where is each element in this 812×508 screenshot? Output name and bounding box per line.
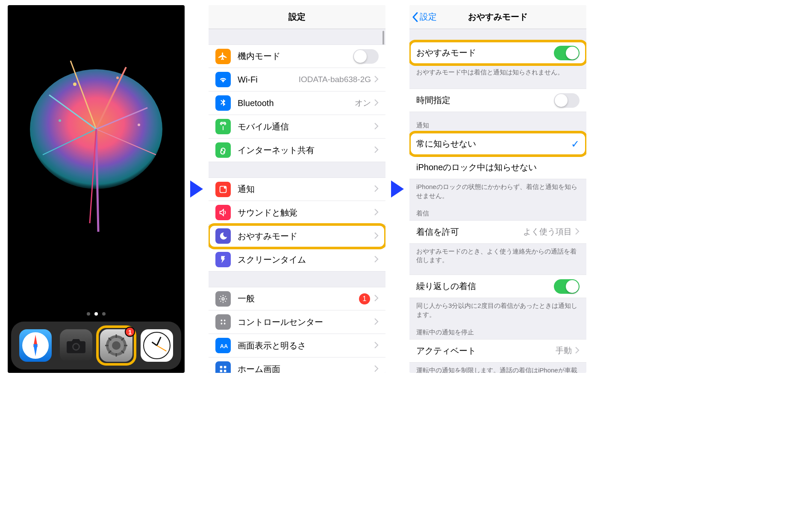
- chevron-right-icon: [374, 317, 379, 327]
- row-hotspot[interactable]: インターネット共有: [209, 139, 385, 162]
- silence-header: 通知: [409, 112, 586, 132]
- row-repeated-calls[interactable]: 繰り返しの着信: [409, 275, 586, 298]
- nav-dnd: 設定 おやすみモード: [409, 5, 586, 29]
- home-wallpaper: [8, 5, 185, 322]
- row-activate[interactable]: アクティベート 手動: [409, 339, 586, 363]
- nav-settings: 設定: [209, 5, 385, 29]
- row-detail: よく使う項目: [523, 226, 572, 237]
- row-general[interactable]: 一般 1: [209, 287, 385, 310]
- dnd-list[interactable]: おやすみモード おやすみモード中は着信と通知は知らされません。 時間指定 通知 …: [409, 29, 586, 373]
- row-label: おやすみモード: [238, 230, 374, 242]
- row-silence-locked[interactable]: iPhoneのロック中は知らせない: [409, 156, 586, 179]
- svg-point-6: [74, 344, 79, 349]
- row-screen-time[interactable]: スクリーンタイム: [209, 248, 385, 272]
- silence-note: iPhoneのロックの状態にかかわらず、着信と通知を知らせません。: [409, 179, 586, 200]
- row-silence-always[interactable]: 常に知らせない ✓: [409, 132, 586, 156]
- chevron-right-icon: [374, 75, 379, 85]
- screentime-icon: [215, 252, 231, 267]
- svg-rect-27: [224, 366, 227, 369]
- row-airplane-mode[interactable]: 機内モード: [209, 44, 385, 68]
- chevron-right-icon: [374, 364, 379, 373]
- driving-header: 運転中の通知を停止: [409, 319, 586, 339]
- nav-title: おやすみモード: [468, 11, 528, 23]
- svg-point-19: [224, 186, 227, 189]
- camera-app-icon[interactable]: [60, 329, 92, 362]
- svg-point-0: [30, 69, 162, 189]
- arrow-1: [185, 5, 209, 373]
- row-label: おやすみモード: [416, 47, 554, 59]
- highlight-settings-app: 1: [97, 327, 135, 364]
- svg-point-3: [59, 119, 61, 122]
- row-label: 常に知らせない: [416, 138, 571, 150]
- phone-home-screen: 1: [8, 5, 185, 373]
- general-badge: 1: [359, 293, 370, 304]
- airplane-icon: [215, 49, 231, 64]
- row-allow-calls-from[interactable]: 着信を許可 よく使う項目: [409, 220, 586, 244]
- row-notifications[interactable]: 通知: [209, 177, 385, 201]
- row-label: ホーム画面: [238, 363, 374, 373]
- row-label: 画面表示と明るさ: [238, 340, 374, 351]
- row-label: アクティベート: [416, 345, 556, 357]
- hotspot-icon: [215, 142, 231, 158]
- row-display[interactable]: AA 画面表示と明るさ: [209, 334, 385, 357]
- settings-app-icon[interactable]: 1: [100, 329, 132, 362]
- back-button[interactable]: 設定: [412, 5, 437, 29]
- chevron-right-icon: [374, 184, 379, 194]
- row-bluetooth[interactable]: Bluetooth オン: [209, 92, 385, 115]
- settings-list[interactable]: 機内モード Wi-Fi IODATA-bab638-2G Bluetooth オ…: [209, 29, 385, 373]
- arrow-2: [385, 5, 409, 373]
- row-detail: IODATA-bab638-2G: [299, 75, 371, 84]
- airplane-toggle[interactable]: [353, 49, 379, 64]
- bluetooth-icon: [215, 95, 231, 111]
- row-detail: オン: [355, 97, 371, 109]
- row-home-screen[interactable]: ホーム画面: [209, 357, 385, 373]
- allow-note: おやすみモードのとき、よく使う連絡先からの通話を着信します。: [409, 244, 586, 265]
- row-cellular[interactable]: モバイル通信: [209, 115, 385, 139]
- row-label: 時間指定: [416, 95, 554, 106]
- repeated-note: 同じ人から3分以内に2度目の着信があったときは通知します。: [409, 298, 586, 319]
- phone-dnd-detail: 設定 おやすみモード おやすみモード おやすみモード中は着信と通知は知らされませ…: [409, 5, 586, 373]
- checkmark-icon: ✓: [571, 138, 580, 150]
- moon-icon: [215, 228, 231, 244]
- chevron-right-icon: [374, 122, 379, 132]
- back-label: 設定: [420, 11, 437, 23]
- clock-app-icon[interactable]: [141, 329, 173, 362]
- row-dnd-toggle[interactable]: おやすみモード: [409, 41, 586, 65]
- row-label: 繰り返しの着信: [416, 281, 554, 292]
- chevron-right-icon: [374, 98, 379, 108]
- dnd-toggle-note: おやすみモード中は着信と通知は知らされません。: [409, 65, 586, 77]
- safari-app-icon[interactable]: [19, 329, 52, 362]
- svg-rect-28: [220, 370, 223, 372]
- phone-settings-list: 設定 機内モード Wi-Fi IODATA-bab638-2G Bluetoot…: [209, 5, 385, 373]
- row-label: モバイル通信: [238, 121, 374, 133]
- scheduled-toggle[interactable]: [554, 93, 580, 108]
- settings-badge: 1: [125, 327, 135, 337]
- chevron-right-icon: [374, 145, 379, 155]
- row-label: Wi-Fi: [238, 75, 299, 85]
- display-icon: AA: [215, 338, 231, 353]
- page-indicator[interactable]: [87, 312, 106, 316]
- chevron-right-icon: [374, 294, 379, 304]
- row-wifi[interactable]: Wi-Fi IODATA-bab638-2G: [209, 68, 385, 92]
- wifi-icon: [215, 72, 231, 87]
- row-do-not-disturb[interactable]: おやすみモード: [209, 224, 385, 248]
- row-label: 通知: [238, 183, 374, 195]
- row-scheduled[interactable]: 時間指定: [409, 89, 586, 112]
- row-sounds[interactable]: サウンドと触覚: [209, 201, 385, 224]
- row-control-center[interactable]: コントロールセンター: [209, 310, 385, 334]
- row-label: 機内モード: [238, 50, 353, 62]
- notifications-icon: [215, 182, 231, 197]
- row-label: iPhoneのロック中は知らせない: [416, 162, 580, 173]
- repeated-toggle[interactable]: [554, 279, 580, 294]
- row-label: スクリーンタイム: [238, 254, 374, 266]
- svg-point-2: [116, 77, 119, 79]
- chevron-right-icon: [374, 255, 379, 265]
- row-label: 一般: [238, 293, 359, 304]
- row-label: コントロールセンター: [238, 316, 374, 328]
- row-label: サウンドと触覚: [238, 207, 374, 219]
- wallpaper-explosion: [19, 44, 173, 240]
- gear-icon: [215, 291, 231, 307]
- svg-point-20: [222, 298, 224, 300]
- dnd-toggle[interactable]: [554, 46, 580, 60]
- row-label: Bluetooth: [238, 98, 355, 108]
